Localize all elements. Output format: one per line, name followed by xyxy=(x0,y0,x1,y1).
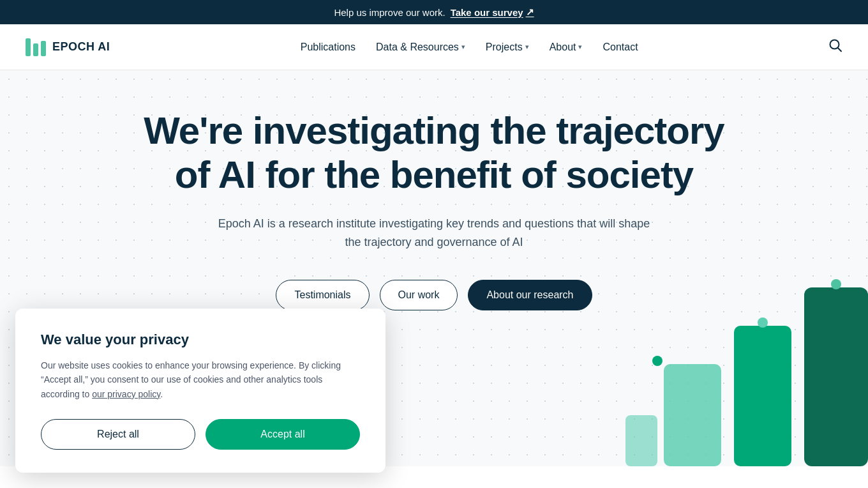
reject-all-button[interactable]: Reject all xyxy=(41,419,195,450)
hero-subtitle: Epoch AI is a research institute investi… xyxy=(217,215,651,252)
cookie-title: We value your privacy xyxy=(41,332,360,348)
announcement-text: Help us improve our work. xyxy=(334,7,445,18)
cookie-banner: We value your privacy Our website uses c… xyxy=(15,309,385,466)
nav-item-publications[interactable]: Publications xyxy=(301,42,355,53)
nav-item-contact[interactable]: Contact xyxy=(602,42,638,53)
nav-links: Publications Data & Resources ▾ Projects… xyxy=(301,42,638,53)
nav-item-projects[interactable]: Projects ▾ xyxy=(486,42,529,53)
search-icon xyxy=(828,38,842,56)
nav-right xyxy=(828,38,842,56)
chart-illustration xyxy=(498,249,868,466)
accept-all-button[interactable]: Accept all xyxy=(206,419,360,450)
logo[interactable]: EPOCH AI xyxy=(26,38,110,56)
nav-item-data-resources[interactable]: Data & Resources ▾ xyxy=(376,42,465,53)
svg-rect-0 xyxy=(26,38,31,56)
survey-link[interactable]: Take our survey ↗ xyxy=(451,6,534,18)
hero-title: We're investigating the trajectory of AI… xyxy=(144,109,724,197)
privacy-policy-link[interactable]: our privacy policy xyxy=(92,389,160,399)
svg-point-11 xyxy=(758,317,768,328)
svg-rect-7 xyxy=(804,287,868,466)
svg-rect-6 xyxy=(734,326,791,466)
epoch-ai-logo-icon xyxy=(26,38,46,56)
svg-point-10 xyxy=(652,356,662,366)
chevron-down-icon: ▾ xyxy=(578,43,582,51)
svg-line-4 xyxy=(838,48,841,51)
nav-item-about[interactable]: About ▾ xyxy=(550,42,583,53)
svg-rect-8 xyxy=(625,415,657,466)
svg-rect-5 xyxy=(664,364,721,466)
announcement-bar: Help us improve our work. Take our surve… xyxy=(0,0,868,24)
logo-text: EPOCH AI xyxy=(52,40,110,54)
cookie-actions: Reject all Accept all xyxy=(41,419,360,450)
chevron-down-icon: ▾ xyxy=(461,43,465,51)
svg-rect-2 xyxy=(41,41,46,56)
svg-rect-1 xyxy=(33,43,38,56)
chevron-down-icon: ▾ xyxy=(525,43,529,51)
our-work-button[interactable]: Our work xyxy=(380,280,458,310)
search-button[interactable] xyxy=(828,38,842,56)
testimonials-button[interactable]: Testimonials xyxy=(276,280,369,310)
navbar: EPOCH AI Publications Data & Resources ▾… xyxy=(0,24,868,70)
cookie-body: Our website uses cookies to enhance your… xyxy=(41,358,360,401)
svg-point-12 xyxy=(831,279,841,289)
